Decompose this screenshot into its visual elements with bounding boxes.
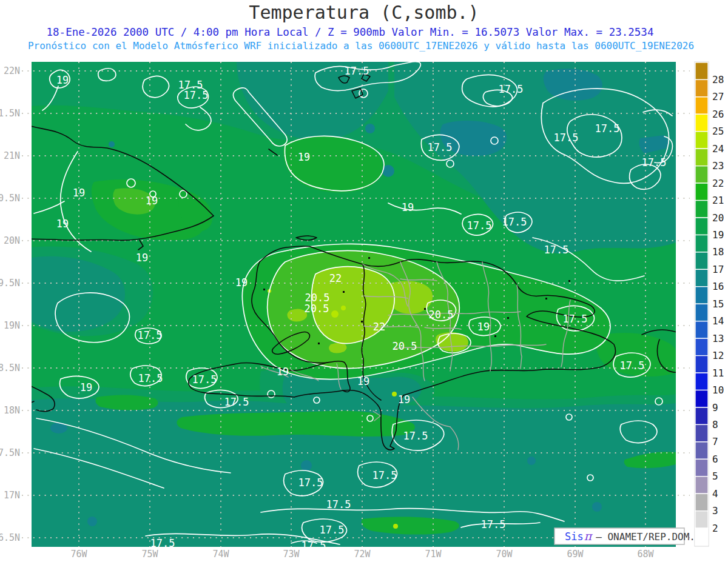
colorbar-segments: [695, 62, 708, 546]
colorbar-segment: [695, 477, 708, 493]
colorbar-tick-label: 23: [712, 160, 724, 172]
y-axis-label: 18N: [4, 405, 20, 416]
contour-value-label: 17.5: [138, 372, 163, 384]
colorbar-tick-label: 10: [712, 384, 724, 396]
colorbar-segment: [695, 201, 708, 218]
colorbar-segment: [695, 321, 708, 338]
contour-value-label: 17.5: [224, 396, 249, 408]
x-axis-label: 72W: [354, 549, 371, 560]
colorbar-tick-label: 2: [712, 523, 718, 534]
page-title: Temperatura (C,somb.): [249, 2, 479, 23]
x-axis-label: 69W: [567, 549, 584, 560]
contour-value-label: 19: [73, 187, 85, 199]
y-axis-label: 7.5N: [0, 447, 20, 458]
colorbar-tick-label: 20: [712, 212, 724, 224]
x-axis-label: 75W: [141, 549, 158, 560]
contour-value-label: 19: [56, 218, 69, 230]
colorbar-tick-label: 28: [712, 74, 724, 85]
colorbar-tick-label: 15: [712, 298, 724, 310]
contour-value-label: 17.5: [499, 83, 524, 95]
colorbar-tick-label: 25: [712, 125, 724, 137]
contour-value-label: 17.5: [467, 219, 492, 232]
y-axis-label: 6.5N: [0, 532, 20, 543]
subtitle-model-run: Pronóstico con el Modelo Atmósferico WRF…: [28, 40, 694, 52]
colorbar-segment: [695, 511, 708, 528]
y-axis-labels: 22N1.5N21N0.5N20N9.5N19N8.5N18N7.5N17N6.…: [0, 65, 20, 543]
colorbar-tick-label: 13: [712, 333, 724, 344]
contour-value-label: 17.5: [642, 156, 667, 169]
colorbar-tick-label: 14: [712, 315, 724, 327]
contour-value-label: 17.5: [428, 141, 453, 153]
colorbar-segment: [695, 304, 708, 321]
colorbar-tick-label: 7: [712, 436, 718, 447]
contour-value-label: 19: [146, 195, 158, 207]
contour-value-label: 19: [298, 151, 310, 163]
colorbar-segment: [695, 149, 708, 166]
colorbar-tick-label: 24: [712, 143, 724, 155]
colorbar-segment: [695, 442, 708, 459]
colorbar-segment: [695, 166, 708, 183]
contour-value-label: 17.5: [620, 360, 645, 372]
contour-value-label: 17.5: [554, 132, 579, 144]
colorbar-segment: [695, 356, 708, 373]
colorbar-segment: [695, 132, 708, 149]
y-axis-label: 22N: [4, 65, 20, 76]
colorbar-tick-label: 3: [712, 505, 718, 517]
colorbar-tick-label: 26: [712, 109, 724, 120]
contour-value-label: 17.5: [481, 518, 506, 530]
y-axis-label: 9.5N: [0, 278, 20, 289]
contour-value-label: 19: [136, 252, 148, 264]
colorbar-segment: [695, 407, 708, 424]
contour-value-label: 17.5: [298, 477, 323, 489]
colorbar-tick-label: 16: [712, 281, 724, 292]
contour-value-label: 17.5: [372, 469, 397, 481]
x-axis-label: 70W: [496, 549, 513, 560]
contour-value-label: 17.5: [138, 329, 163, 341]
x-axis-label: 68W: [637, 549, 654, 560]
contour-value-label: 17.5: [403, 430, 428, 442]
weather-map-page: 1917.517.517.517.517.517.517.51917.51919…: [0, 0, 728, 562]
colorbar-segment: [695, 114, 708, 131]
colorbar-segment: [695, 218, 708, 235]
colorbar-segment: [695, 459, 708, 476]
contour-value-label: 19: [235, 276, 248, 289]
colorbar-segment: [695, 79, 708, 96]
branding-sis: Sis: [565, 530, 584, 543]
colorbar-segment: [695, 493, 708, 510]
colorbar-segment: [695, 235, 708, 252]
colorbar-segment: [695, 62, 708, 79]
x-axis-label: 76W: [70, 549, 87, 560]
temperature-fill-field: [32, 62, 676, 547]
contour-value-label: 19: [402, 201, 414, 213]
colorbar-segment: [695, 287, 708, 304]
contour-value-label: 17.5: [150, 537, 175, 549]
colorbar-tick-label: 19: [712, 229, 724, 241]
colorbar-tick-label: 4: [712, 488, 718, 500]
colorbar-tick-labels: 2827262524232221201918171615141312111098…: [712, 74, 724, 534]
contour-value-label: 17.5: [192, 373, 217, 386]
contour-value-label: 17.5: [184, 89, 209, 101]
temperature-map-figure: 1917.517.517.517.517.517.517.51917.51919…: [0, 0, 728, 562]
colorbar-tick-label: 21: [712, 195, 724, 206]
colorbar: 2827262524232221201918171615141312111098…: [695, 62, 724, 546]
contour-value-label: 17.5: [502, 216, 527, 228]
colorbar-tick-label: 12: [712, 350, 724, 361]
branding-box: Sisπ– ONAMET/REP.DOM.: [554, 528, 695, 544]
colorbar-tick-label: 8: [712, 419, 718, 430]
contour-value-label: 22: [373, 321, 385, 333]
contour-value-label: 20.5: [305, 303, 329, 315]
colorbar-segment: [695, 528, 708, 545]
contour-value-label: 19: [477, 321, 490, 333]
contour-value-label: 17.5: [326, 498, 351, 510]
contour-value-label: 19: [398, 393, 410, 406]
contour-value-label: 19: [56, 74, 69, 86]
contour-value-label: 17.5: [544, 244, 569, 256]
contour-value-label: 20.5: [305, 292, 330, 304]
colorbar-segment: [695, 183, 708, 200]
colorbar-tick-label: 9: [712, 402, 718, 413]
colorbar-segment: [695, 390, 708, 407]
y-axis-label: 17N: [4, 490, 20, 501]
colorbar-segment: [695, 373, 708, 390]
colorbar-segment: [695, 97, 708, 114]
contour-value-label: 22: [329, 272, 342, 284]
